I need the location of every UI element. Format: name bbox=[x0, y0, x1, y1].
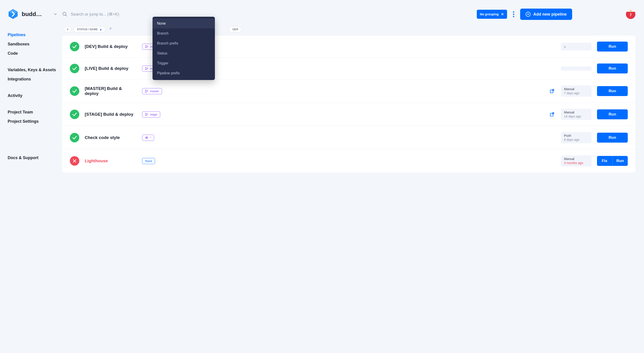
project-header: budd… bbox=[8, 8, 58, 20]
nav-tertiary: Activity bbox=[8, 91, 58, 100]
trigger-time: 8 days ago bbox=[564, 138, 588, 142]
project-logo-icon bbox=[8, 8, 18, 20]
project-dropdown-caret-icon[interactable] bbox=[53, 11, 58, 17]
grouping-option-branch-prefix[interactable]: Branch prefix bbox=[152, 38, 215, 48]
svg-point-8 bbox=[147, 46, 148, 47]
pipeline-row[interactable]: Check code style*Push8 days agoRun bbox=[62, 126, 636, 150]
branch-tag[interactable]: * bbox=[142, 135, 154, 141]
nav-project-settings[interactable]: Project Settings bbox=[8, 117, 58, 126]
svg-point-17 bbox=[146, 115, 146, 116]
trigger-info: Push8 days ago bbox=[561, 132, 592, 143]
svg-point-12 bbox=[146, 90, 146, 90]
nav-activity[interactable]: Activity bbox=[8, 91, 58, 100]
nav-pipelines[interactable]: Pipelines bbox=[8, 30, 58, 40]
pipeline-name[interactable]: Check code style bbox=[85, 135, 137, 140]
nav-sandboxes[interactable]: Sandboxes bbox=[8, 40, 58, 49]
status-fail-icon bbox=[70, 156, 79, 166]
nav-integrations[interactable]: Integrations bbox=[8, 74, 58, 84]
run-button[interactable]: Run bbox=[597, 133, 628, 142]
search-input[interactable] bbox=[71, 12, 473, 17]
status-success-icon bbox=[70, 64, 79, 73]
pipeline-row[interactable]: [DEV] Build & deploymasteoRun bbox=[62, 36, 636, 58]
run-button[interactable]: Run bbox=[612, 156, 628, 166]
trigger-type: Push bbox=[564, 134, 588, 138]
filter-hash[interactable]: # bbox=[64, 26, 72, 32]
topbar: No grouping ✕ + Add new pipeline 7 bbox=[62, 8, 636, 20]
nav-primary: Pipelines Sandboxes Code bbox=[8, 30, 58, 58]
trigger-info bbox=[561, 66, 592, 70]
filter-status-name-label: STATUS / NAME bbox=[77, 28, 98, 31]
pipeline-name[interactable]: [STAGE] Build & deploy bbox=[85, 112, 137, 117]
branch-tag[interactable]: stage bbox=[142, 112, 160, 118]
open-external-icon[interactable] bbox=[550, 112, 554, 117]
sort-asc-icon: ▲ bbox=[100, 28, 102, 31]
grouping-option-branch[interactable]: Branch bbox=[152, 28, 215, 38]
run-button[interactable]: Run bbox=[597, 42, 628, 52]
run-button[interactable]: Run bbox=[597, 64, 628, 74]
pipeline-row[interactable]: [LIVE] Build & deploymasteRun bbox=[62, 58, 636, 80]
grouping-option-pipeline-prefix[interactable]: Pipeline prefix bbox=[152, 68, 215, 78]
svg-text:7: 7 bbox=[630, 13, 632, 17]
run-button[interactable]: Run bbox=[597, 86, 628, 96]
trigger-info: Manual3 months ago bbox=[561, 155, 592, 166]
open-external-icon[interactable] bbox=[550, 88, 554, 94]
svg-point-13 bbox=[146, 92, 146, 93]
filter-clear-icon[interactable]: ✕ bbox=[108, 26, 113, 32]
svg-point-6 bbox=[146, 45, 146, 46]
svg-point-9 bbox=[146, 67, 146, 68]
fix-button[interactable]: Fix bbox=[597, 156, 612, 166]
plus-circle-icon: + bbox=[526, 12, 530, 17]
trigger-time: o bbox=[564, 45, 588, 48]
add-pipeline-button[interactable]: + Add new pipeline bbox=[520, 8, 572, 20]
grouping-button-label: No grouping bbox=[480, 12, 499, 16]
nav-code[interactable]: Code bbox=[8, 49, 58, 58]
nav-project-team[interactable]: Project Team bbox=[8, 108, 58, 117]
svg-point-18 bbox=[147, 114, 148, 114]
grouping-dropdown: NoneBranchBranch prefixStatusTriggerPipe… bbox=[152, 17, 215, 80]
pipeline-row[interactable]: [STAGE] Build & deploystageManual14 days… bbox=[62, 103, 636, 126]
search-icon bbox=[62, 12, 68, 17]
nav-footer: Docs & Support bbox=[8, 153, 58, 162]
search-wrap bbox=[62, 12, 473, 17]
pipeline-name[interactable]: [MASTER] Build & deploy bbox=[85, 86, 137, 96]
svg-point-7 bbox=[146, 47, 146, 48]
trigger-info: Manual14 days ago bbox=[561, 109, 592, 120]
grouping-option-none[interactable]: None bbox=[152, 18, 215, 28]
more-options-icon[interactable] bbox=[511, 10, 516, 19]
main-content: No grouping ✕ + Add new pipeline 7 # STA… bbox=[62, 0, 644, 353]
svg-point-14 bbox=[147, 90, 148, 91]
pipeline-name[interactable]: Lighthouse bbox=[85, 158, 137, 164]
pipeline-name[interactable]: [DEV] Build & deploy bbox=[85, 44, 137, 49]
trigger-time: 3 months ago bbox=[564, 161, 588, 165]
pipeline-row[interactable]: [MASTER] Build & deploymasterManual7 day… bbox=[62, 80, 636, 103]
svg-point-16 bbox=[146, 113, 146, 114]
pipeline-name[interactable]: [LIVE] Build & deploy bbox=[85, 66, 137, 71]
grouping-option-trigger[interactable]: Trigger bbox=[152, 58, 215, 68]
trigger-info: Manual7 days ago bbox=[561, 86, 592, 97]
svg-point-0 bbox=[63, 12, 66, 15]
run-button[interactable]: Run bbox=[597, 110, 628, 119]
filter-status-name[interactable]: STATUS / NAME ▲ bbox=[74, 26, 106, 32]
nav-docs-support[interactable]: Docs & Support bbox=[8, 153, 58, 162]
pipeline-row[interactable]: LighthouseNoneManual3 months agoFixRun bbox=[62, 150, 636, 172]
trigger-type: Manual bbox=[564, 87, 588, 91]
svg-line-1 bbox=[66, 15, 67, 16]
project-name[interactable]: budd… bbox=[22, 10, 50, 18]
nav-bottom: Project Team Project Settings bbox=[8, 108, 58, 126]
svg-point-10 bbox=[146, 69, 146, 70]
pipeline-table: [DEV] Build & deploymasteoRun[LIVE] Buil… bbox=[62, 36, 636, 172]
close-icon[interactable]: ✕ bbox=[501, 12, 504, 16]
avatar[interactable]: 7 bbox=[626, 10, 636, 19]
grouping-button[interactable]: No grouping ✕ bbox=[477, 10, 507, 19]
status-success-icon bbox=[70, 110, 79, 119]
branch-tag[interactable]: master bbox=[142, 88, 162, 94]
branch-none-tag[interactable]: None bbox=[142, 158, 155, 164]
grouping-option-status[interactable]: Status bbox=[152, 48, 215, 58]
status-success-icon bbox=[70, 42, 79, 51]
svg-point-4 bbox=[630, 10, 632, 12]
status-success-icon bbox=[70, 133, 79, 142]
add-pipeline-label: Add new pipeline bbox=[533, 12, 567, 17]
nav-variables[interactable]: Variables, Keys & Assets bbox=[8, 65, 58, 74]
trigger-time: 7 days ago bbox=[564, 91, 588, 95]
filter-trigger[interactable]: GER bbox=[229, 26, 242, 32]
